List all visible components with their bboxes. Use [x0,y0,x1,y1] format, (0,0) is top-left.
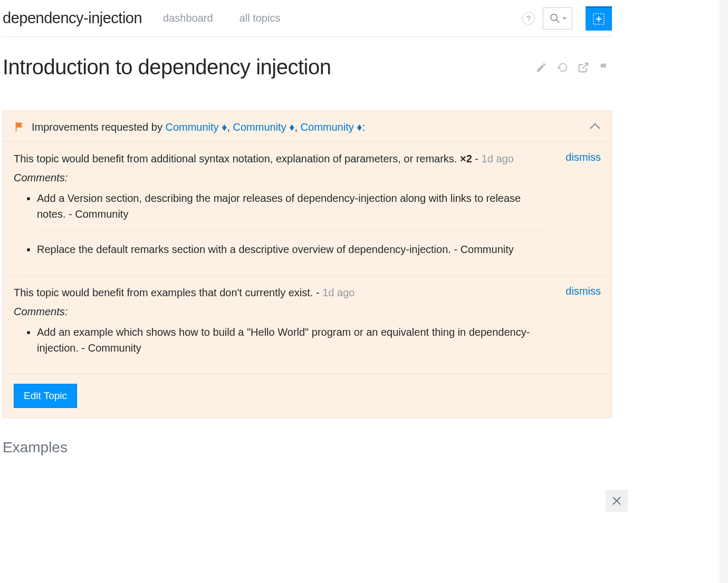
external-icon[interactable] [576,60,591,75]
improvements-header-text: Improvements requested by Community ♦, C… [32,121,589,133]
svg-line-5 [582,63,588,68]
flag-icon[interactable] [597,60,612,75]
flag-orange-icon [14,121,25,134]
page-title: Introduction to dependency injection [3,55,534,79]
dismiss-link[interactable]: dismiss [566,151,601,163]
comments-list: Add a Version section, describing the ma… [14,187,601,266]
requester-link-3[interactable]: Community ♦ [301,121,362,133]
collapse-icon[interactable] [589,123,601,132]
improvements-footer: Edit Topic [3,374,611,417]
improvement-item: This topic would benefit from additional… [3,142,611,276]
tag-title[interactable]: dependency-injection [3,9,142,27]
title-row: Introduction to dependency injection [3,55,612,79]
help-icon[interactable]: ? [522,12,535,25]
svg-point-0 [551,14,557,21]
requester-link-1[interactable]: Community ♦ [165,121,227,133]
improvement-text: This topic would benefit from additional… [14,151,555,167]
time-ago: 1d ago [482,153,514,164]
edit-topic-button[interactable]: Edit Topic [14,384,77,408]
time-ago: 1d ago [322,287,355,298]
improvement-item: This topic would benefit from examples t… [3,276,611,374]
comment-item: Add a Version section, describing the ma… [37,187,543,231]
scrollbar[interactable] [720,0,728,583]
comments-list: Add an example which shows how to build … [14,321,601,364]
comments-label: Comments: [14,306,601,318]
requester-link-2[interactable]: Community ♦ [233,121,295,133]
search-dropdown[interactable] [543,7,572,30]
examples-heading: Examples [3,439,612,456]
close-button[interactable] [606,490,628,512]
svg-line-1 [557,20,559,23]
nav-all-topics[interactable]: all topics [240,12,281,24]
add-button[interactable] [586,6,612,31]
nav-dashboard[interactable]: dashboard [163,12,213,24]
topbar: dependency-injection dashboard all topic… [3,0,612,37]
improvements-header: Improvements requested by Community ♦, C… [3,111,611,142]
edit-icon[interactable] [534,60,549,75]
history-icon[interactable] [555,60,570,75]
comments-label: Comments: [14,172,601,184]
comment-item: Replace the default remarks section with… [37,238,543,266]
improvement-text: This topic would benefit from examples t… [14,285,555,300]
improvements-box: Improvements requested by Community ♦, C… [3,111,612,418]
comment-item: Add an example which shows how to build … [37,321,543,364]
dismiss-link[interactable]: dismiss [566,285,601,297]
